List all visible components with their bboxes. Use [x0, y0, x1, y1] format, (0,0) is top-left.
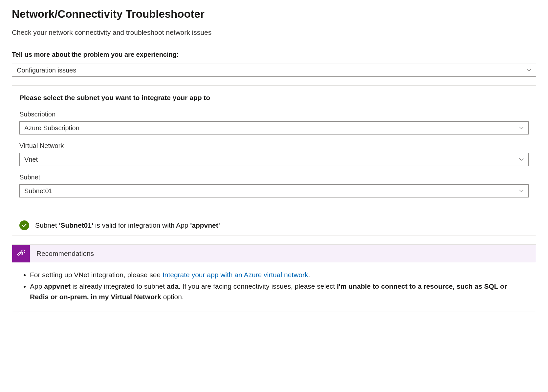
chevron-down-icon	[518, 125, 524, 131]
page-title: Network/Connectivity Troubleshooter	[12, 7, 536, 22]
recommendations-body: For setting up VNet integration, please …	[12, 262, 536, 312]
wrench-icon	[12, 245, 30, 262]
problem-prompt-label: Tell us more about the problem you are e…	[12, 50, 536, 59]
status-subnet-name: 'Subnet01'	[59, 221, 93, 229]
reco1-pre: For setting up VNet integration, please …	[30, 271, 163, 279]
recommendations-title: Recommendations	[36, 249, 94, 258]
subnet-label: Subnet	[19, 173, 529, 182]
validation-status-panel: Subnet 'Subnet01' is valid for integrati…	[12, 215, 536, 236]
reco2-app-name: appvnet	[44, 282, 71, 290]
reco2-p3: . If you are facing connectivity issues,…	[179, 282, 337, 290]
subnet-selection-panel: Please select the subnet you want to int…	[12, 85, 536, 206]
vnet-label: Virtual Network	[19, 141, 529, 150]
subnet-panel-title: Please select the subnet you want to int…	[19, 93, 529, 102]
problem-type-value: Configuration issues	[17, 66, 76, 75]
status-mid: is valid for integration with App	[93, 221, 190, 229]
page-subtitle: Check your network connectivity and trou…	[12, 28, 536, 37]
subscription-select[interactable]: Azure Subscription	[19, 121, 529, 134]
reco2-subnet-name: ada	[167, 282, 179, 290]
subnet-value: Subnet01	[24, 186, 53, 196]
vnet-select[interactable]: Vnet	[19, 153, 529, 166]
chevron-down-icon	[526, 67, 532, 73]
status-app-name: 'appvnet'	[190, 221, 220, 229]
subscription-value: Azure Subscription	[24, 123, 79, 133]
reco2-p4: option.	[161, 293, 184, 300]
chevron-down-icon	[518, 188, 524, 194]
subscription-label: Subscription	[19, 110, 529, 119]
reco2-p1: App	[30, 282, 44, 290]
validation-status-text: Subnet 'Subnet01' is valid for integrati…	[35, 220, 220, 230]
status-pre: Subnet	[35, 221, 59, 229]
recommendations-panel: Recommendations For setting up VNet inte…	[12, 244, 536, 312]
chevron-down-icon	[518, 156, 524, 162]
recommendations-header: Recommendations	[12, 245, 536, 262]
vnet-integration-doc-link[interactable]: Integrate your app with an Azure virtual…	[163, 271, 308, 279]
recommendation-item: App appvnet is already integrated to sub…	[30, 281, 527, 302]
problem-type-select[interactable]: Configuration issues	[12, 64, 536, 77]
vnet-value: Vnet	[24, 155, 38, 164]
success-check-icon	[19, 220, 29, 230]
recommendation-item: For setting up VNet integration, please …	[30, 270, 527, 280]
reco2-p2: is already integrated to subnet	[71, 282, 167, 290]
subnet-select[interactable]: Subnet01	[19, 184, 529, 197]
reco1-post: .	[308, 271, 310, 279]
